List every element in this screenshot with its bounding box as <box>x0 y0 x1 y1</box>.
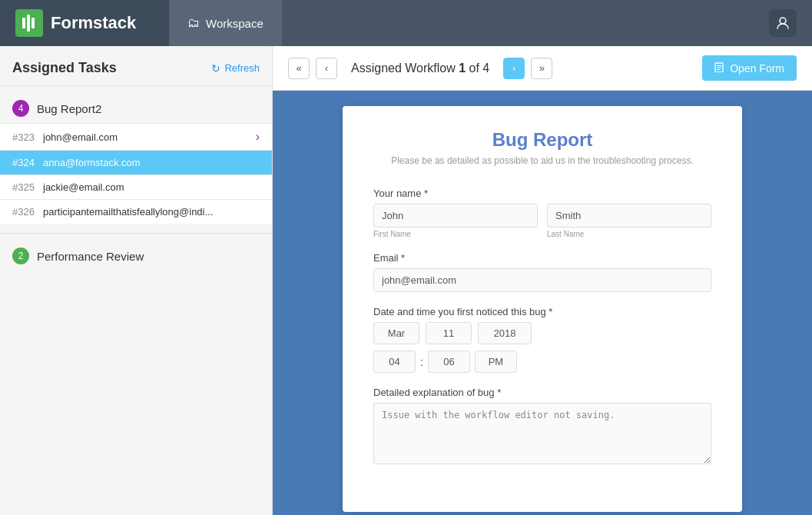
date-day-input[interactable] <box>426 322 472 344</box>
task-item-325[interactable]: #325 jackie@email.com <box>0 174 272 199</box>
open-form-button[interactable]: Open Form <box>702 55 797 81</box>
task-group-header-bug-report[interactable]: 4 Bug Report2 <box>0 95 272 123</box>
task-badge-performance: 2 <box>12 248 29 264</box>
open-form-icon <box>714 61 725 75</box>
task-group-name-bug-report: Bug Report2 <box>37 102 101 115</box>
date-month-input[interactable] <box>373 322 419 344</box>
form-section-datetime: Date and time you first noticed this bug… <box>373 306 711 373</box>
task-num-323: #323 <box>12 131 43 143</box>
time-separator: : <box>420 356 423 368</box>
workflow-title-text: Assigned Workflow <box>351 61 459 75</box>
sidebar-header: Assigned Tasks ↻ Refresh <box>0 46 272 86</box>
name-label: Your name * <box>373 188 711 199</box>
workspace-tab[interactable]: 🗂 Workspace <box>169 0 283 46</box>
task-group-header-performance[interactable]: 2 Performance Review <box>0 243 272 271</box>
form-section-name: Your name * First Name Last Name <box>373 188 711 238</box>
sidebar-title: Assigned Tasks <box>12 60 117 76</box>
chevron-right-icon-323: › <box>256 130 260 144</box>
workspace-label: Workspace <box>206 17 263 30</box>
nav-right <box>769 9 812 37</box>
sidebar: Assigned Tasks ↻ Refresh 4 Bug Report2 #… <box>0 46 273 515</box>
last-workflow-button[interactable]: » <box>531 58 552 79</box>
content-area: « ‹ Assigned Workflow 1 of 4 › » Open Fo… <box>273 46 812 515</box>
next-workflow-button[interactable]: › <box>503 58 525 79</box>
task-item-323[interactable]: #323 john@email.com › <box>0 123 272 150</box>
task-num-325: #325 <box>12 181 43 193</box>
detail-textarea[interactable] <box>373 403 711 464</box>
task-num-326: #326 <box>12 206 43 218</box>
refresh-label: Refresh <box>224 62 260 74</box>
email-label: Email * <box>373 252 711 264</box>
last-name-input[interactable] <box>547 204 711 228</box>
svg-rect-2 <box>31 18 35 28</box>
form-subtitle: Please be as detailed as possible to aid… <box>373 155 711 166</box>
task-badge-bug-report: 4 <box>12 100 29 117</box>
date-year-input[interactable] <box>478 322 532 344</box>
time-hour-input[interactable] <box>373 351 416 373</box>
open-form-label: Open Form <box>730 62 784 75</box>
task-email-323: john@email.com <box>43 131 256 143</box>
svg-point-3 <box>780 18 786 24</box>
form-section-detail: Detailed explanation of bug * <box>373 387 711 467</box>
first-name-group: First Name <box>373 204 538 238</box>
user-profile-button[interactable] <box>769 9 797 37</box>
prev-workflow-button[interactable]: ‹ <box>316 58 337 79</box>
workflow-nav: « ‹ Assigned Workflow 1 of 4 › » Open Fo… <box>273 46 812 91</box>
logo-area: Formstack <box>0 0 169 46</box>
task-group-name-performance: Performance Review <box>37 250 144 263</box>
top-nav: Formstack 🗂 Workspace <box>0 0 812 46</box>
task-num-324: #324 <box>12 157 43 168</box>
form-card: Bug Report Please be as detailed as poss… <box>343 106 742 512</box>
email-input[interactable] <box>373 268 711 292</box>
first-workflow-button[interactable]: « <box>288 58 310 79</box>
time-minute-input[interactable] <box>428 351 470 373</box>
svg-rect-6 <box>717 68 721 68</box>
refresh-button[interactable]: ↻ Refresh <box>211 62 260 75</box>
workspace-icon: 🗂 <box>187 16 200 30</box>
svg-rect-5 <box>717 65 721 66</box>
formstack-logo-icon <box>15 9 43 37</box>
refresh-icon: ↻ <box>211 62 220 75</box>
task-group-bug-report: 4 Bug Report2 #323 john@email.com › #324… <box>0 86 272 233</box>
task-email-326: participantemailthatisfeallylong@indi... <box>43 206 260 218</box>
svg-rect-1 <box>27 15 30 32</box>
task-item-326[interactable]: #326 participantemailthatisfeallylong@in… <box>0 199 272 224</box>
form-section-email: Email * <box>373 252 711 292</box>
main-layout: Assigned Tasks ↻ Refresh 4 Bug Report2 #… <box>0 46 812 515</box>
time-ampm-input[interactable] <box>475 351 517 373</box>
workflow-of: of <box>466 61 482 75</box>
svg-rect-0 <box>22 18 25 28</box>
last-name-group: Last Name <box>547 204 711 238</box>
form-title: Bug Report <box>373 129 711 151</box>
svg-rect-7 <box>717 69 720 70</box>
last-name-label: Last Name <box>547 230 711 238</box>
task-group-performance-review: 2 Performance Review <box>0 233 272 280</box>
workflow-total: 4 <box>482 61 489 75</box>
first-name-label: First Name <box>373 230 538 238</box>
workflow-title: Assigned Workflow 1 of 4 <box>351 61 489 75</box>
name-row: First Name Last Name <box>373 204 711 238</box>
form-preview-area: Bug Report Please be as detailed as poss… <box>273 91 812 515</box>
time-row: : <box>373 351 711 373</box>
workflow-current: 1 <box>459 61 466 75</box>
date-row <box>373 322 711 344</box>
date-label: Date and time you first noticed this bug… <box>373 306 711 317</box>
task-email-325: jackie@email.com <box>43 181 260 193</box>
task-item-324[interactable]: #324 anna@formstack.com <box>0 150 272 174</box>
task-email-324: anna@formstack.com <box>43 157 260 168</box>
logo-text: Formstack <box>51 13 136 33</box>
first-name-input[interactable] <box>373 204 538 228</box>
detail-label: Detailed explanation of bug * <box>373 387 711 398</box>
